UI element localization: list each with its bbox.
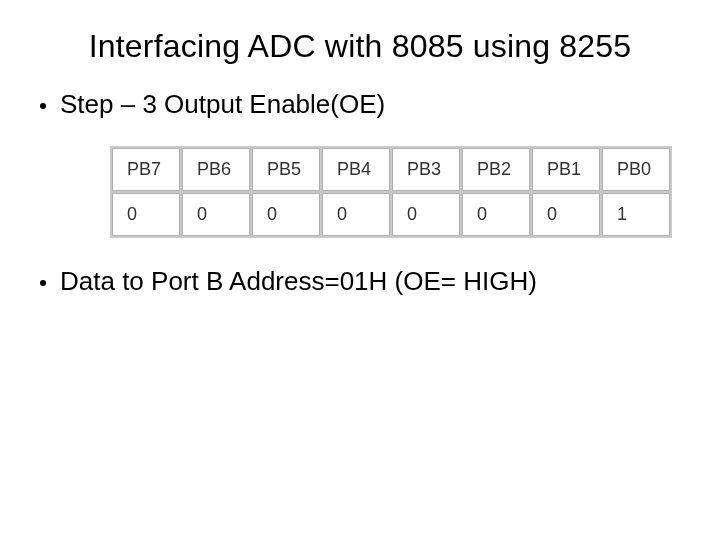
bullet-text: Step – 3 Output Enable(OE) [60,89,680,120]
bullet-dot-icon [40,103,46,109]
port-b-table-wrap: PB7 PB6 PB5 PB4 PB3 PB2 PB1 PB0 0 0 0 0 … [40,138,680,238]
slide: Interfacing ADC with 8085 using 8255 Ste… [0,0,720,540]
table-header-cell: PB2 [462,148,530,191]
bullet-portb: Data to Port B Address=01H (OE= HIGH) [40,266,680,297]
port-b-table: PB7 PB6 PB5 PB4 PB3 PB2 PB1 PB0 0 0 0 0 … [110,146,672,238]
table-row: 0 0 0 0 0 0 0 1 [112,193,670,236]
bullet-text: Data to Port B Address=01H (OE= HIGH) [60,266,680,297]
table-header-cell: PB0 [602,148,670,191]
table-header-cell: PB6 [182,148,250,191]
table-cell: 0 [182,193,250,236]
table-cell: 1 [602,193,670,236]
table-header-cell: PB4 [322,148,390,191]
table-cell: 0 [322,193,390,236]
table-cell: 0 [392,193,460,236]
table-cell: 0 [112,193,180,236]
table-cell: 0 [532,193,600,236]
page-title: Interfacing ADC with 8085 using 8255 [0,0,720,65]
table-header-cell: PB1 [532,148,600,191]
table-header-cell: PB5 [252,148,320,191]
bullet-step3: Step – 3 Output Enable(OE) [40,89,680,120]
table-header-cell: PB7 [112,148,180,191]
table-cell: 0 [252,193,320,236]
slide-body: Step – 3 Output Enable(OE) PB7 PB6 PB5 P… [0,65,720,297]
table-header-cell: PB3 [392,148,460,191]
table-cell: 0 [462,193,530,236]
bullet-dot-icon [40,280,46,286]
table-row: PB7 PB6 PB5 PB4 PB3 PB2 PB1 PB0 [112,148,670,191]
